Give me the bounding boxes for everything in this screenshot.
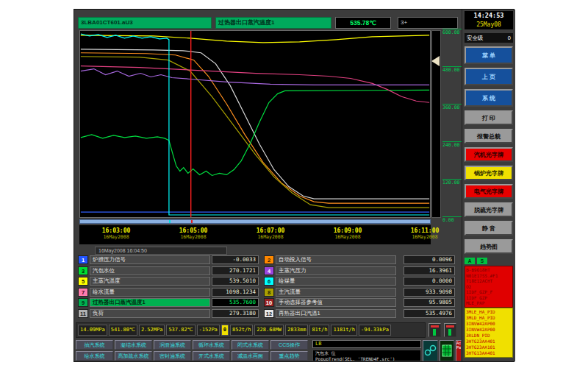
status-value: 14.09MPa xyxy=(78,325,107,336)
system-screen-button[interactable]: 抽汽系统 xyxy=(76,340,113,350)
command-output: 汽包水 位 PopupTrend(SEL. 'TREND4F.src') xyxy=(312,350,421,361)
legend-row-pen-7[interactable]: 7给水流量1098.1234 xyxy=(78,288,269,297)
sidebar-button-静音[interactable]: 静 音 xyxy=(465,221,513,236)
alarm-list-tabs: AS xyxy=(465,258,513,264)
system-screen-button[interactable]: 密封油系统 xyxy=(154,351,191,361)
pen6-coal-flow-cyan xyxy=(81,34,429,215)
legend-row-pen-9[interactable]: 9过热器出口蒸汽温度1535.7600 xyxy=(78,298,269,307)
pen4-pressure-violet xyxy=(81,69,429,85)
pen-selector-box[interactable]: 3+ xyxy=(398,17,458,29)
alarm-tag[interactable]: 3RLDN_PID xyxy=(466,333,512,339)
status-value: 0 xyxy=(221,325,229,336)
system-screen-button[interactable]: 循环水系统 xyxy=(193,340,230,350)
system-screen-button[interactable]: 减温水画面 xyxy=(232,351,269,361)
alarm-tag[interactable]: N01E17SS.#F1 xyxy=(466,273,512,279)
slider-arrow-icon[interactable] xyxy=(431,56,440,66)
alarm-tag[interactable]: 3MLE_HA_PID xyxy=(466,309,512,315)
point-description-field[interactable]: 过热器出口蒸汽温度1 xyxy=(215,17,331,29)
cursor-marker-tick[interactable] xyxy=(191,220,193,223)
pen-description: 自动投入信号 xyxy=(276,255,396,264)
system-screen-button[interactable]: 高加疏水系统 xyxy=(115,351,152,361)
scale-tick-label: 600.00 xyxy=(442,29,462,35)
legend-row-pen-1[interactable]: 1炉膛压力信号-0.0033 xyxy=(78,255,269,264)
legend-row-pen-12[interactable]: 12再热器出口汽温1535.4976 xyxy=(264,309,455,318)
annunciator-button[interactable]: 电气光字牌 xyxy=(465,184,513,199)
alarm-tag[interactable]: T18E12ACHT xyxy=(466,278,512,284)
legend-row-pen-10[interactable]: 10手动选择器参考值95.9805 xyxy=(264,298,455,307)
system-screen-button[interactable]: 闭式水系统 xyxy=(232,340,269,350)
pen-value: 0.0000 xyxy=(404,277,455,286)
red-bar-icon xyxy=(446,325,454,328)
grid-icon-button[interactable] xyxy=(440,340,454,361)
sidebar-button-上页[interactable]: 上 页 xyxy=(465,68,513,85)
tick-time-label: 16:09:00 xyxy=(318,227,377,234)
pen-number-swatch: 9 xyxy=(78,298,88,307)
alarm-tag[interactable]: B-B9O18HT xyxy=(466,267,512,273)
alarm-tag[interactable]: 3HTG23AA401 xyxy=(466,339,512,344)
system-screen-button[interactable]: 重点趋势 xyxy=(270,351,308,361)
pen-number-swatch: 7 xyxy=(78,288,88,297)
trend-plot[interactable] xyxy=(79,30,431,218)
alarm-tag[interactable]: O2 xyxy=(466,284,512,290)
sidebar-button-菜单[interactable]: 菜 单 xyxy=(465,46,513,64)
dcs-trend-window: 3LBA01CT601.aU3 过热器出口蒸汽温度1 535.78℃ 3+ 60… xyxy=(74,9,514,362)
system-screen-button[interactable]: 润滑油系统 xyxy=(154,340,191,350)
annunciator-button[interactable]: 锅炉光字牌 xyxy=(465,166,513,180)
panel-icon-button-1[interactable] xyxy=(429,323,441,337)
status-value: 2.52MPa xyxy=(139,325,165,336)
legend-row-pen-4[interactable]: 4主蒸汽压力16.3961 xyxy=(264,266,455,275)
sidebar-button-趋势图[interactable]: 趋势图 xyxy=(465,239,513,254)
status-value: 2833mm xyxy=(285,325,308,336)
ack-panel-button[interactable]: Ack Panel xyxy=(456,340,462,361)
alarm-tag[interactable]: 3HTG23AA101 xyxy=(466,344,512,350)
system-screen-button[interactable]: CCS操作 xyxy=(270,340,308,350)
alarm-tag[interactable]: 3MLD_HA_PID xyxy=(466,315,512,321)
pen-number-swatch: 8 xyxy=(264,288,274,297)
legend-row-pen-6[interactable]: 6给煤量0.0000 xyxy=(264,277,455,286)
current-value-display: 535.78℃ xyxy=(335,17,391,29)
tick-time-label: 16:05:00 xyxy=(164,227,223,234)
legend-row-pen-11[interactable]: 11负荷279.3180 xyxy=(78,309,269,318)
status-value: -152Pa xyxy=(197,325,220,336)
scale-tick-label: 120.00 xyxy=(442,179,462,185)
link-icon-button[interactable] xyxy=(423,340,438,361)
panel-icon-button-2[interactable] xyxy=(444,323,456,337)
annunciator-button[interactable]: 脱硫光字牌 xyxy=(465,202,513,217)
command-input[interactable]: LB xyxy=(312,340,421,348)
point-tag-field[interactable]: 3LBA01CT601.aU3 xyxy=(78,17,212,29)
alarm-tag[interactable]: 3HTG13AA401 xyxy=(466,350,512,356)
legend-row-pen-8[interactable]: 8主汽流量933.9098 xyxy=(264,288,455,297)
pen-value: 0.0096 xyxy=(404,255,455,264)
system-screen-button[interactable]: 凝结水系统 xyxy=(115,340,152,350)
sidebar-button-系统[interactable]: 系 统 xyxy=(465,89,513,107)
tick-date-label: 16May2008 xyxy=(164,234,223,240)
alarm-tag[interactable]: 1IDF_GZP xyxy=(466,295,512,301)
legend-row-pen-3[interactable]: 3汽包水位270.1721 xyxy=(78,266,269,275)
time-axis: 16:03:0016May200816:05:0016May200816:07:… xyxy=(79,225,431,244)
pen-description: 再热器出口汽温1 xyxy=(276,309,396,318)
security-count-badge: 0 xyxy=(508,33,511,43)
annunciator-button[interactable]: 汽机光字牌 xyxy=(465,147,513,162)
event-marker-tick[interactable] xyxy=(169,220,171,223)
pen-value: 933.9098 xyxy=(404,288,455,297)
alarm-tab-S[interactable]: S xyxy=(477,258,487,264)
pen-value: 535.7600 xyxy=(212,298,259,307)
alarm-tag[interactable]: 3INVW42AP00 xyxy=(466,327,512,333)
cursor-timestamp: 16May2008 16:04:50 xyxy=(95,247,227,255)
system-screen-button[interactable]: 开式水系统 xyxy=(193,351,230,361)
value-slider-track[interactable] xyxy=(431,30,441,218)
alarm-tag[interactable]: MLE_PAP xyxy=(466,300,512,306)
legend-row-pen-2[interactable]: 2自动投入信号0.0096 xyxy=(264,255,455,264)
alarm-tab-A[interactable]: A xyxy=(465,258,475,264)
tick-time-label: 16:11:00 xyxy=(395,227,454,234)
system-screen-button[interactable]: 给水系统 xyxy=(76,351,113,361)
time-axis-tick: 16:07:0016May2008 xyxy=(241,227,300,240)
alarm-tag[interactable]: 1IDF_GZP_F xyxy=(466,289,512,295)
sidebar-button-报警总貌[interactable]: 报警总貌 xyxy=(465,129,513,144)
legend-row-pen-5[interactable]: 5主蒸汽温度539.5010 xyxy=(78,277,269,286)
sidebar-button-打印[interactable]: 打 印 xyxy=(465,110,513,125)
alarm-tag[interactable]: 3INVW42AP00 xyxy=(466,321,512,327)
trend-curves xyxy=(80,31,430,217)
time-scrollbar[interactable] xyxy=(79,219,431,224)
pen-value: 535.4976 xyxy=(404,309,455,318)
